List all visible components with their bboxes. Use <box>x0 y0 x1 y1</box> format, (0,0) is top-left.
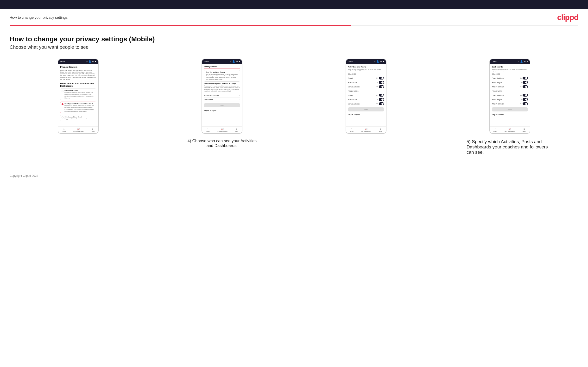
phone2-footer: ⌂ Home 📈 My Performance ≡ Menu <box>202 126 242 133</box>
option-youcoach[interactable]: Only You and Your Coach Only you and the… <box>60 115 96 121</box>
phone3-footer: ⌂ Home 📈 My Performance ≡ Menu <box>346 126 386 133</box>
chart-icon-4: 📈 <box>508 128 511 130</box>
activities-posts-row[interactable]: Activities and Posts <box>204 93 240 98</box>
coaches-work-on-row: What To Work On ON <box>492 84 528 89</box>
help-support-4[interactable]: Help & Support <box>492 113 528 116</box>
option-approved[interactable]: Only Approved Followers and Your Coach O… <box>60 102 96 113</box>
coaches-round-insights-row: Round Insights ON <box>492 80 528 84</box>
save-btn-4[interactable]: Save <box>492 107 528 111</box>
phone3-header: ‹ Back ⌕ 👤 ⊕ ▾ <box>346 59 386 64</box>
more-icon-4[interactable]: ▾ <box>527 60 528 63</box>
dropdown-box-2[interactable]: Only You and Your Coach Only you and the… <box>204 70 240 82</box>
footer-menu-1[interactable]: ≡ Menu <box>91 128 95 132</box>
followers-player-dash-toggle[interactable] <box>523 94 528 97</box>
followers-work-on-on: ON <box>520 103 522 104</box>
dropdown-desc: Only you and the coaches you connect wit… <box>206 74 238 80</box>
footer-performance-4[interactable]: 📈 My Performance <box>505 128 515 132</box>
dropdown-title: Only You and Your Coach <box>206 71 238 73</box>
settings-icon-4[interactable]: ⊕ <box>524 60 526 63</box>
dashboards-label: Dashboards <box>204 99 213 100</box>
followers-round-insights-label: Round Insights <box>492 99 502 100</box>
people-icon-4[interactable]: 👤 <box>520 60 523 63</box>
coaches-work-on-toggle[interactable] <box>523 85 528 88</box>
chevron-left-icon-2: ‹ <box>204 61 204 62</box>
more-icon-3[interactable]: ▾ <box>383 60 384 63</box>
page-heading: How to change your privacy settings (Mob… <box>10 35 578 43</box>
phone4-body: Dashboards Select the dashboards that yo… <box>490 64 530 126</box>
help-support-3[interactable]: Help & Support <box>348 113 384 116</box>
settings-icon[interactable]: ⊕ <box>92 60 94 63</box>
more-icon-2[interactable]: ▾ <box>239 60 240 63</box>
phone1-footer: ⌂ Home 📈 My Performance ≡ Menu <box>58 126 98 133</box>
search-icon-2[interactable]: ⌕ <box>230 60 231 63</box>
coaches-manual-on: ON <box>376 86 378 87</box>
save-btn-3[interactable]: Save <box>348 107 384 111</box>
footer-home-2[interactable]: ⌂ Home <box>206 128 210 132</box>
phone2-header: ‹ Back ⌕ 👤 ⊕ ▾ <box>202 59 242 64</box>
followers-work-on-toggle[interactable] <box>523 102 528 105</box>
coaches-player-dash-toggle[interactable] <box>523 77 528 80</box>
followers-drills-toggle[interactable] <box>379 98 384 101</box>
coaches-work-on-on: ON <box>520 86 522 87</box>
footer-home-1[interactable]: ⌂ Home <box>62 128 66 132</box>
footer-home-4[interactable]: ⌂ Home <box>493 128 497 132</box>
home-icon: ⌂ <box>63 128 64 130</box>
coaches-drills-toggle[interactable] <box>379 81 384 84</box>
dashboards-title: Dashboards <box>492 66 528 68</box>
footer-performance-3[interactable]: 📈 My Performance <box>361 128 371 132</box>
settings-icon-3[interactable]: ⊕ <box>380 60 382 63</box>
radio-youcoach[interactable] <box>61 117 63 118</box>
settings-icon-2[interactable]: ⊕ <box>236 60 238 63</box>
activities-label: Activities and Posts <box>204 94 219 96</box>
header: How to change your privacy settings clip… <box>0 9 588 25</box>
coaches-manual-toggle[interactable] <box>379 85 384 88</box>
footer-home-3[interactable]: ⌂ Home <box>350 128 354 132</box>
save-btn-2[interactable]: Save <box>204 103 240 107</box>
home-icon-4: ⌂ <box>495 128 496 130</box>
show-hide-desc: Regardless of the privacy controls that … <box>204 85 240 92</box>
followers-round-insights-toggle[interactable] <box>523 98 528 101</box>
search-icon-4[interactable]: ⌕ <box>518 60 519 63</box>
phone-screen4: ‹ Back ⌕ 👤 ⊕ ▾ Dashboards Select the das… <box>489 58 530 134</box>
breadcrumb: How to change your privacy settings <box>10 15 68 19</box>
radio-approved[interactable] <box>61 103 63 105</box>
home-icon-2: ⌂ <box>207 128 208 130</box>
coaches-manual-label: Manual Activities <box>348 86 360 88</box>
dashboards-row[interactable]: Dashboards <box>204 98 240 102</box>
menu-icon: ≡ <box>92 128 94 130</box>
coaches-rounds-toggle[interactable] <box>379 77 384 80</box>
option-everyone[interactable]: Everyone on Clippd Everyone on Clippd ca… <box>60 88 96 100</box>
header-icons-1: ⌕ 👤 ⊕ ▾ <box>86 60 96 63</box>
back-button-3[interactable]: ‹ Back <box>348 61 353 62</box>
people-icon[interactable]: 👤 <box>88 60 91 63</box>
footer-menu-4[interactable]: ≡ Menu <box>523 128 526 132</box>
followers-rounds-toggle[interactable] <box>379 94 384 97</box>
coaches-label-4: COACHES <box>492 73 528 75</box>
help-support-2[interactable]: Help & Support <box>204 109 240 111</box>
phone-screen2: ‹ Back ⌕ 👤 ⊕ ▾ Privacy Controls <box>201 58 242 134</box>
people-icon-3[interactable]: 👤 <box>376 60 379 63</box>
back-button-2[interactable]: ‹ Back <box>204 61 209 62</box>
search-icon[interactable]: ⌕ <box>86 60 87 63</box>
privacy-controls-title: Privacy Controls <box>60 66 96 68</box>
followers-rounds-row: Rounds ON <box>348 93 384 97</box>
search-icon-3[interactable]: ⌕ <box>374 60 375 63</box>
people-icon-2[interactable]: 👤 <box>232 60 235 63</box>
footer-performance-2[interactable]: 📈 My Performance <box>217 128 227 132</box>
phone2-body: Privacy Controls Only You and Your Coach… <box>202 64 242 126</box>
more-icon[interactable]: ▾ <box>95 60 96 63</box>
coaches-round-insights-toggle[interactable] <box>523 81 528 84</box>
activities-posts-desc: Select the types of activity that you'd … <box>348 68 384 72</box>
footer-menu-3[interactable]: ≡ Menu <box>379 128 382 132</box>
back-button-4[interactable]: ‹ Back <box>492 61 497 62</box>
followers-work-on-label: What To Work On <box>492 103 504 105</box>
footer-performance-1[interactable]: 📈 My Performance <box>73 128 84 132</box>
followers-rounds-label: Rounds <box>348 94 353 96</box>
phone-screen1: ‹ Back ⌕ 👤 ⊕ ▾ Privacy Controls Control … <box>58 58 99 134</box>
followers-manual-toggle[interactable] <box>379 102 384 105</box>
tab-label-2[interactable]: Privacy Controls <box>204 66 217 68</box>
youcoach-desc: Only you and the coaches you connect wit… <box>64 118 89 120</box>
footer-menu-2[interactable]: ≡ Menu <box>235 128 238 132</box>
back-button-1[interactable]: ‹ Back <box>60 61 65 62</box>
radio-everyone[interactable] <box>61 90 63 92</box>
